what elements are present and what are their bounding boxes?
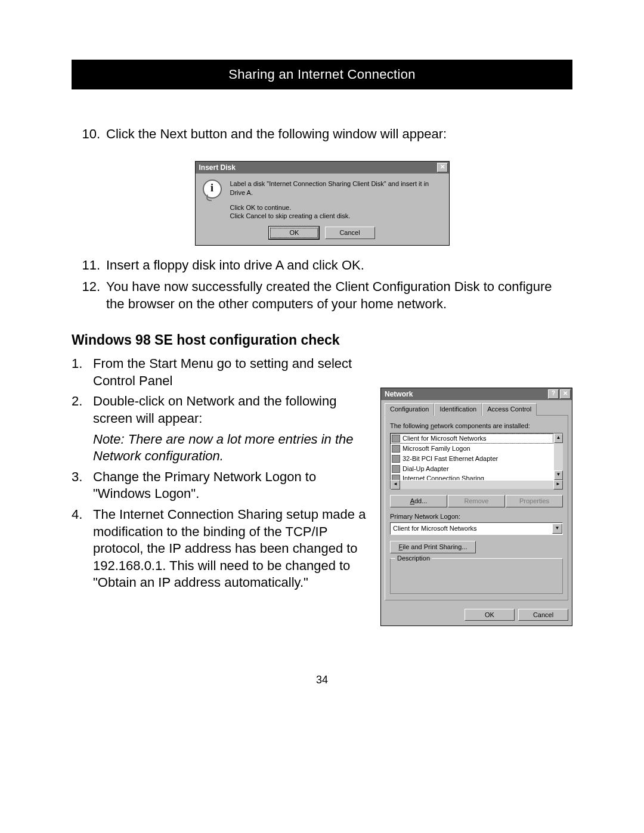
note-text: Note: There are now a lot more entries i… (93, 431, 370, 465)
list-item-label: Microsoft Family Logon (402, 444, 470, 453)
close-icon[interactable]: ✕ (560, 389, 571, 399)
dialog-title: Network (385, 389, 413, 399)
scroll-down-icon[interactable]: ▼ (554, 470, 563, 480)
step-number: 2. (72, 393, 93, 427)
file-print-sharing-button[interactable]: File and Print Sharing... (390, 541, 476, 553)
step-text: You have now successfully created the Cl… (106, 278, 572, 313)
close-icon[interactable]: ✕ (437, 163, 448, 172)
ok-button[interactable]: OK (465, 609, 515, 621)
page-number: 34 (72, 674, 572, 686)
list-item[interactable]: Microsoft Family Logon (391, 444, 553, 454)
dialog-message: Label a disk "Internet Connection Sharin… (230, 179, 442, 221)
components-listbox[interactable]: Client for Microsoft Networks Microsoft … (390, 433, 554, 481)
tab-configuration[interactable]: Configuration (385, 403, 434, 416)
add-rest: dd... (414, 497, 427, 504)
combo-value: Client for Microsoft Networks (393, 524, 477, 533)
insert-disk-dialog: Insert Disk ✕ i Label a disk "Internet C… (195, 161, 450, 246)
section-heading: Windows 98 SE host configuration check (72, 331, 572, 349)
dialog-title: Insert Disk (199, 163, 236, 172)
info-icon: i (203, 179, 222, 199)
label-part: etwork components are installed: (434, 422, 530, 429)
dialog-message-line2a: Click OK to continue. (230, 203, 442, 212)
cancel-button[interactable]: Cancel (325, 227, 375, 239)
step-text: Change the Primary Network Logon to "Win… (93, 469, 370, 503)
horizontal-scrollbar[interactable]: ◄ ► (390, 480, 563, 489)
page-header-banner: Sharing an Internet Connection (72, 60, 572, 89)
list-item[interactable]: Client for Microsoft Networks (391, 433, 553, 444)
add-button[interactable]: Add... (390, 495, 447, 507)
scroll-right-icon[interactable]: ► (553, 480, 563, 490)
steps-list-continued: 10. Click the Next button and the follow… (72, 125, 572, 143)
body-text: 10. Click the Next button and the follow… (72, 125, 572, 626)
document-page: Sharing an Internet Connection 10. Click… (0, 0, 644, 722)
help-icon[interactable]: ? (548, 389, 559, 399)
step-number: 12. (72, 278, 106, 313)
step-number: 3. (72, 469, 93, 503)
tab-identification[interactable]: Identification (434, 403, 482, 416)
dialog-message-line2b: Click Cancel to skip creating a client d… (230, 212, 442, 221)
scroll-left-icon[interactable]: ◄ (391, 480, 400, 490)
properties-button[interactable]: Properties (506, 495, 563, 507)
dialog-titlebar: Insert Disk ✕ (196, 162, 449, 174)
tab-strip: Configuration Identification Access Cont… (385, 402, 568, 416)
check-steps-list: 1. From the Start Menu go to setting and… (72, 355, 370, 592)
step-text: Insert a floppy disk into drive A and cl… (106, 256, 572, 274)
label-part: The following (390, 422, 431, 429)
list-item-label: 32-Bit PCI Fast Ethernet Adapter (402, 454, 498, 463)
step-text: Double-click on Network and the followin… (93, 393, 370, 427)
step-number: 10. (72, 125, 106, 143)
list-item[interactable]: Dial-Up Adapter (391, 464, 553, 474)
cancel-button[interactable]: Cancel (518, 609, 568, 621)
step-text: The Internet Connection Sharing setup ma… (93, 506, 370, 592)
step-text: Click the Next button and the following … (106, 125, 572, 143)
dialog-message-line1: Label a disk "Internet Connection Sharin… (230, 179, 442, 197)
step-number-blank (72, 431, 93, 465)
ok-button[interactable]: OK (269, 227, 319, 239)
scroll-up-icon[interactable]: ▲ (554, 433, 563, 443)
list-item[interactable]: Internet Connection Sharing (391, 473, 553, 481)
tab-panel: The following network components are ins… (385, 416, 568, 600)
step-number: 11. (72, 256, 106, 274)
chevron-down-icon[interactable]: ▼ (552, 524, 562, 534)
installed-components-label: The following network components are ins… (390, 422, 563, 431)
list-item-label: Client for Microsoft Networks (402, 434, 487, 443)
component-icon (392, 455, 400, 463)
primary-logon-combo[interactable]: Client for Microsoft Networks ▼ (390, 522, 563, 535)
list-item[interactable]: 32-Bit PCI Fast Ethernet Adapter (391, 454, 553, 464)
remove-button[interactable]: Remove (448, 495, 505, 507)
tab-access-control[interactable]: Access Control (482, 403, 537, 416)
steps-list-continued-2: 11. Insert a floppy disk into drive A an… (72, 256, 572, 313)
component-icon (392, 435, 400, 442)
network-dialog: Network ? ✕ Configuration Identification… (380, 388, 572, 626)
vertical-scrollbar[interactable]: ▲ ▼ (554, 433, 563, 481)
description-label: Description (395, 554, 432, 563)
list-item-label: Dial-Up Adapter (402, 465, 449, 473)
component-icon (392, 445, 400, 453)
step-number: 4. (72, 506, 93, 592)
dialog-titlebar: Network ? ✕ (381, 388, 572, 400)
list-item-label: Internet Connection Sharing (402, 474, 484, 481)
step-text: From the Start Menu go to setting and se… (93, 355, 370, 389)
description-groupbox: Description (390, 558, 563, 594)
primary-logon-label: Primary Network Logon: (390, 512, 563, 521)
step-number: 1. (72, 355, 93, 389)
component-icon (392, 465, 400, 473)
